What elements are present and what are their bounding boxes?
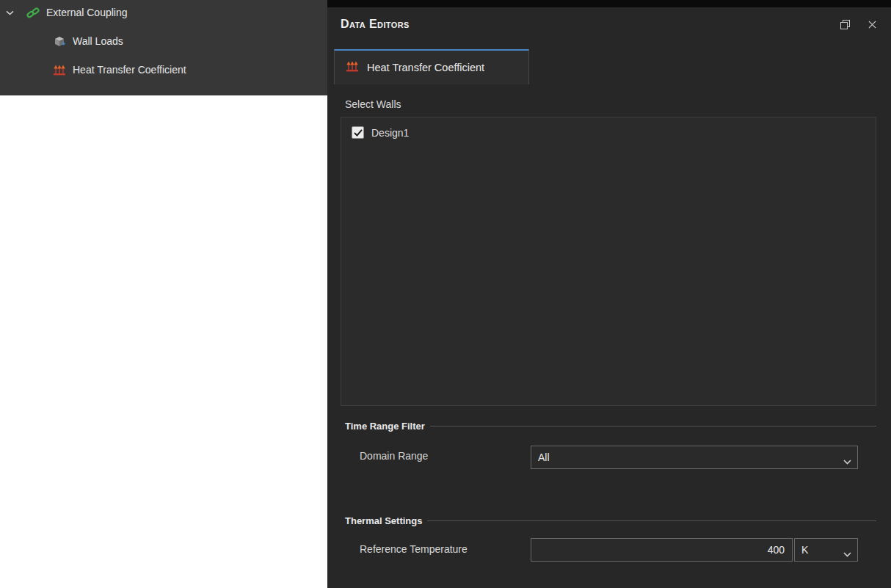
tree-item-label: Heat Transfer Coefficient bbox=[73, 64, 186, 76]
reference-temperature-label: Reference Temperature bbox=[360, 543, 468, 555]
temperature-unit-value: K bbox=[801, 544, 808, 556]
group-title: Thermal Settings bbox=[345, 515, 422, 526]
tab-label: Heat Transfer Coefficient bbox=[367, 62, 484, 73]
wall-selection-list[interactable]: Design1 bbox=[341, 117, 876, 406]
panel-top-strip bbox=[327, 0, 891, 7]
domain-range-select[interactable]: All bbox=[531, 446, 858, 469]
temperature-unit-select[interactable]: K bbox=[794, 538, 858, 562]
tab-heat-transfer-coefficient[interactable]: Heat Transfer Coefficient bbox=[334, 49, 529, 84]
link-icon bbox=[26, 7, 40, 19]
domain-range-value: All bbox=[538, 451, 550, 463]
group-time-range-filter: Time Range Filter bbox=[345, 420, 876, 432]
tree-item-label: Wall Loads bbox=[73, 35, 123, 47]
float-restore-icon[interactable] bbox=[839, 18, 851, 30]
list-item-label: Design1 bbox=[371, 127, 409, 139]
group-divider-line bbox=[430, 426, 876, 427]
chevron-down-icon bbox=[843, 548, 851, 559]
close-icon[interactable] bbox=[866, 18, 878, 30]
tree-item-heat-transfer-coefficient[interactable]: Heat Transfer Coefficient bbox=[53, 60, 186, 79]
heat-icon bbox=[53, 65, 66, 76]
wall-loads-icon bbox=[53, 35, 66, 47]
model-tree-panel: External Coupling Wall Loads bbox=[0, 0, 327, 95]
checkbox-checked-icon[interactable] bbox=[352, 126, 364, 139]
data-editors-panel: Data Editors bbox=[327, 0, 891, 588]
reference-temperature-input[interactable] bbox=[531, 538, 793, 562]
chevron-down-icon bbox=[843, 455, 851, 467]
domain-range-label: Domain Range bbox=[360, 450, 428, 462]
panel-title: Data Editors bbox=[341, 18, 410, 31]
group-title: Time Range Filter bbox=[345, 421, 425, 432]
list-item-design1[interactable]: Design1 bbox=[352, 126, 876, 139]
select-walls-label: Select Walls bbox=[345, 98, 401, 110]
data-editors-header: Data Editors bbox=[327, 7, 891, 41]
tree-item-label: External Coupling bbox=[46, 7, 128, 18]
group-thermal-settings: Thermal Settings bbox=[345, 515, 876, 526]
heat-icon bbox=[346, 61, 359, 74]
tree-item-wall-loads[interactable]: Wall Loads bbox=[53, 32, 123, 51]
tree-item-external-coupling[interactable]: External Coupling bbox=[6, 3, 128, 22]
group-divider-line bbox=[427, 520, 876, 521]
chevron-down-icon[interactable] bbox=[6, 10, 16, 15]
